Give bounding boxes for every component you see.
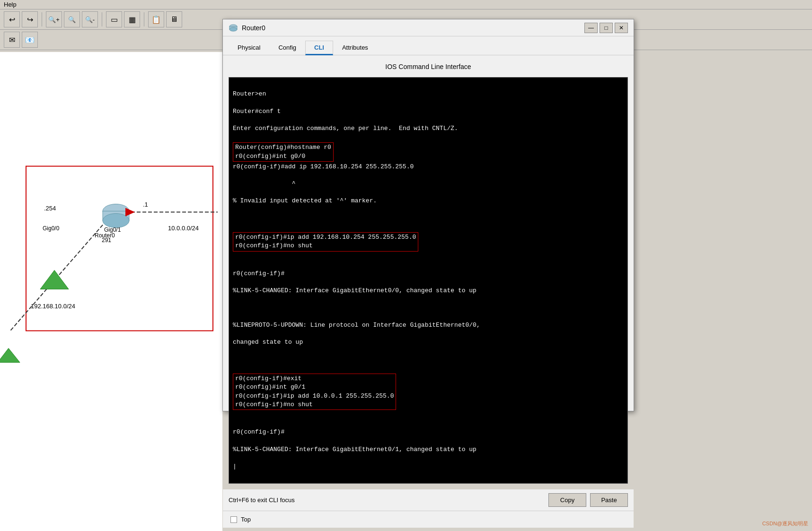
cli-line-8: % Invalid input detected at '^' marker. (233, 197, 624, 205)
cli-spacer-3 (233, 304, 624, 313)
cli-line-10: r0(config-if)# (233, 270, 624, 278)
cli-bottom-bar: Ctrl+F6 to exit CLI focus Copy Paste (223, 489, 634, 511)
tab-cli[interactable]: CLI (305, 41, 333, 55)
top-checkbox[interactable] (230, 516, 237, 523)
toolbar-sep-2 (102, 12, 102, 26)
cli-section-title: IOS Command Line Interface (229, 61, 628, 72)
note-button[interactable]: 📋 (148, 11, 164, 27)
cli-hint: Ctrl+F6 to exit CLI focus (229, 496, 295, 504)
cli-spacer-2 (233, 252, 624, 261)
paste-button[interactable]: Paste (590, 493, 628, 507)
dialog-footer: Top (223, 511, 634, 528)
cli-spacer-5 (233, 411, 624, 419)
cli-line-3: Enter configuration commands, one per li… (233, 124, 624, 133)
cli-line-1: Router>en (233, 90, 624, 98)
dialog-content: IOS Command Line Interface Router>en Rou… (223, 55, 634, 489)
tab-attributes[interactable]: Attributes (333, 41, 377, 55)
maximize-button[interactable]: □ (600, 23, 613, 33)
toolbar-sep-1 (42, 12, 42, 26)
dialog-title-icon (229, 23, 238, 33)
device-button[interactable]: 🖥 (166, 11, 182, 27)
tab-config[interactable]: Config (269, 41, 305, 55)
redo-button[interactable]: ↪ (22, 11, 38, 27)
dialog-title: Router0 (242, 24, 581, 32)
cli-spacer-4 (233, 356, 624, 364)
subnet2-label: 192.168.10.0/24 (31, 303, 75, 310)
close-button[interactable]: ✕ (615, 23, 628, 33)
menubar: Help (0, 0, 812, 9)
left-device-icon (40, 270, 69, 289)
table-button[interactable]: ▦ (124, 11, 140, 27)
cli-line-16: %LINK-5-CHANGED: Interface GigabitEthern… (233, 445, 624, 454)
ip-254-label: .254 (44, 205, 56, 212)
cli-line-6: r0(config-if)#add ip 192.168.10.254 255.… (233, 163, 624, 171)
network-canvas: .254 .1 Gig0/0 Gig0/1 291 Router0 10.0.0… (0, 52, 222, 531)
minimize-button[interactable]: — (584, 23, 598, 33)
svg-point-2 (229, 27, 237, 31)
cli-line-11: %LINK-5-CHANGED: Interface GigabitEthern… (233, 287, 624, 295)
help-menu[interactable]: Help (4, 1, 17, 8)
cli-cursor: | (233, 463, 237, 470)
tabs-bar: Physical Config CLI Attributes (223, 36, 634, 55)
cli-spacer-1 (233, 214, 624, 223)
subnet3-label: 10.0.0.0/24 (168, 225, 199, 232)
watermark: CSDN@逐风知明星 (762, 520, 808, 527)
cli-terminal[interactable]: Router>en Router#conf t Enter configurat… (229, 77, 628, 484)
email-compose-button[interactable]: ✉ (4, 32, 20, 48)
cli-action-buttons: Copy Paste (548, 493, 628, 507)
zoom-in-button[interactable]: 🔍+ (46, 11, 62, 27)
cli-line-7: ^ (233, 180, 624, 188)
cli-line-12: %LINEPROTO-5-UPDOWN: Line protocol on In… (233, 321, 624, 330)
dialog-controls: — □ ✕ (584, 23, 628, 33)
tab-physical[interactable]: Physical (229, 41, 269, 55)
cli-line-2: Router#conf t (233, 107, 624, 116)
cli-box-3: r0(config-if)#exit r0(config)#int g0/1 r… (233, 374, 396, 410)
router-arrow-icon (125, 208, 135, 217)
ip-1-label: .1 (143, 201, 148, 208)
router-dialog: Router0 — □ ✕ Physical Config CLI Attrib… (222, 19, 634, 411)
rectangle-button[interactable]: ▭ (106, 11, 122, 27)
cli-line-15: r0(config-if)# (233, 428, 624, 436)
copy-button[interactable]: Copy (548, 493, 586, 507)
zoom-reset-button[interactable]: 🔍 (64, 11, 80, 27)
cli-box-2: r0(config-if)#ip add 192.168.10.254 255.… (233, 232, 418, 251)
gig00-label: Gig0/0 (43, 225, 60, 232)
zoom-out-button[interactable]: 🔍- (82, 11, 98, 27)
toolbar-sep-3 (144, 12, 144, 26)
cli-line-13: changed state to up (233, 338, 624, 347)
cli-box-1: Router(config)#hostname r0 r0(config)#in… (233, 142, 334, 161)
network-svg: .254 .1 Gig0/0 Gig0/1 291 Router0 10.0.0… (0, 52, 222, 531)
undo-button[interactable]: ↩ (4, 11, 20, 27)
email-open-button[interactable]: 📧 (22, 32, 38, 48)
dialog-titlebar: Router0 — □ ✕ (223, 19, 634, 36)
router-icon-bottom (103, 214, 129, 228)
bottom-device-icon (0, 348, 20, 363)
router-label: Router0 (95, 232, 115, 239)
top-label: Top (241, 516, 251, 523)
